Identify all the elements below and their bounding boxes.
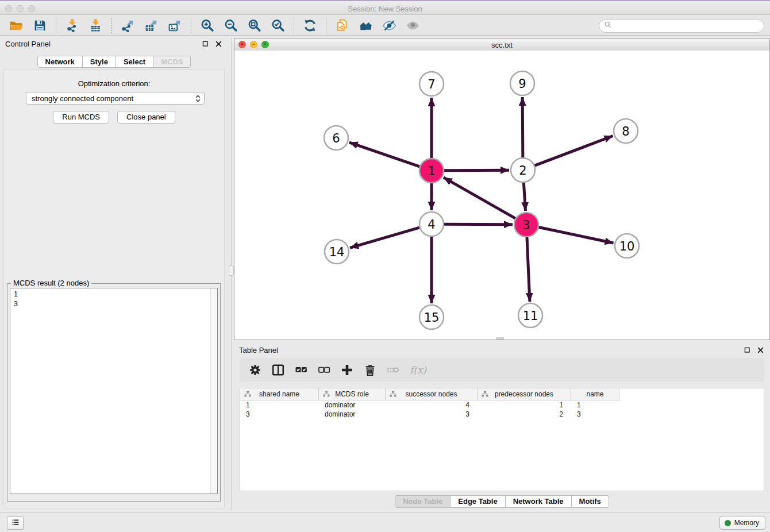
column-header-mcds-role[interactable]: MCDS role [319,388,386,400]
export-image-button[interactable] [168,18,182,34]
graph-edge-1-6[interactable] [349,142,419,167]
zoom-fit-button[interactable] [247,18,261,34]
splitter-handle[interactable] [229,265,234,276]
import-network-button[interactable] [65,18,79,34]
network-window-titlebar[interactable]: ×−+ scc.txt [234,38,769,51]
column-label: predecessor nodes [495,390,553,398]
close-button[interactable] [757,346,764,354]
column-header-shared-name[interactable]: shared name [240,388,319,400]
graph-node-11[interactable]: 11 [518,303,542,327]
houses-button[interactable] [359,18,373,34]
resize-handle[interactable] [496,337,504,340]
tab-network[interactable]: Network [37,56,83,68]
mcds-result-box: MCDS result (2 nodes) 13 [7,283,221,502]
folder-open-button[interactable] [9,18,24,34]
table-cell[interactable]: 2 [478,410,571,419]
table-cell[interactable]: 3 [240,410,319,419]
graph-edge-3-10[interactable] [539,228,614,243]
export-network-icon [121,18,135,33]
network-graph: 7968124314101511 [234,51,769,340]
graph-node-1[interactable]: 1 [419,159,444,183]
svg-text:3: 3 [522,218,530,232]
eye-slash-icon [382,18,396,33]
export-table-button[interactable] [144,18,159,34]
svg-text:4: 4 [428,218,435,232]
table-cell[interactable]: 1 [571,400,619,410]
graph-edge-2-3[interactable] [523,183,525,211]
table-cell[interactable]: 1 [240,400,319,410]
column-header-name[interactable]: name [571,388,619,400]
tree-icon [244,390,252,398]
search-input[interactable] [614,20,764,32]
zoom-in-button[interactable] [200,18,214,34]
graph-edge-2-8[interactable] [535,136,613,166]
import-table-button[interactable] [88,18,103,34]
graph-edge-4-14[interactable] [350,228,419,248]
clone-network-button[interactable] [335,18,349,34]
graph-node-3[interactable]: 3 [514,213,538,237]
memory-dot [725,520,731,526]
graph-node-14[interactable]: 14 [325,240,349,264]
graph-node-8[interactable]: 8 [614,119,638,143]
zoom-fit-icon [247,18,261,33]
graph-edge-2-9[interactable] [522,97,523,157]
table-cell[interactable]: 1 [478,400,571,410]
columns-button[interactable] [271,363,285,377]
list-icon [11,518,20,529]
criterion-select[interactable]: strongly connected component [26,92,205,105]
graph-edge-1-2[interactable] [444,170,509,171]
graph-node-4[interactable]: 4 [419,212,444,236]
run-mcds-button[interactable]: Run MCDS [53,111,109,124]
table-cell[interactable]: dominator [319,400,386,410]
table-toolbar: f(x) [240,358,764,382]
mcds-scrollbar[interactable] [210,288,217,494]
tab-mcds[interactable]: MCDS [153,56,191,68]
tab-select[interactable]: Select [116,56,153,68]
plus-button[interactable] [340,363,354,377]
network-canvas[interactable]: 7968124314101511 [234,51,769,340]
close-panel-button[interactable]: Close panel [117,111,175,124]
graph-node-9[interactable]: 9 [510,71,534,95]
export-network-button[interactable] [121,18,135,34]
column-header-predecessor-nodes[interactable]: predecessor nodes [478,388,571,400]
tab-node-table[interactable]: Node Table [395,495,451,508]
select-all-button[interactable] [294,363,308,377]
table-tabs: Node TableEdge TableNetwork TableMotifs [234,495,770,508]
table-cell[interactable]: 3 [386,410,478,419]
tab-network-table[interactable]: Network Table [506,495,572,508]
close-button[interactable] [215,40,222,48]
table-cell[interactable]: 4 [386,400,478,410]
gear-button[interactable] [248,363,262,377]
mcds-result-text[interactable]: 13 [10,288,218,494]
memory-button[interactable]: Memory [719,516,765,530]
list-button[interactable] [7,516,24,530]
graph-node-6[interactable]: 6 [324,126,348,150]
graph-edge-3-1[interactable] [444,178,515,218]
zoom-out-button[interactable] [224,18,238,34]
stepper-icon [194,94,202,103]
tab-edge-table[interactable]: Edge Table [451,495,505,508]
graph-node-15[interactable]: 15 [419,305,444,329]
float-button[interactable] [202,40,209,48]
eye-slash-button[interactable] [382,18,396,34]
refresh-button[interactable] [303,18,317,34]
float-button[interactable] [744,346,751,354]
deselect-all-button[interactable] [317,363,331,377]
graph-edge-4-3[interactable] [444,224,513,225]
save-button[interactable] [33,18,47,34]
graph-node-7[interactable]: 7 [419,72,444,96]
trash-button[interactable] [363,363,377,377]
table-cell[interactable]: 3 [571,410,619,419]
tree-icon [322,390,330,398]
zoom-selected-button[interactable] [271,18,285,34]
window-title: Session: New Session [0,1,770,16]
tab-style[interactable]: Style [83,56,116,68]
graph-node-10[interactable]: 10 [615,234,639,258]
eye-button[interactable] [406,18,420,34]
table-cell[interactable]: dominator [319,410,386,419]
graph-edge-3-11[interactable] [527,237,530,302]
column-header-successor-nodes[interactable]: successor nodes [386,388,478,400]
search-box[interactable] [599,19,764,33]
graph-node-2[interactable]: 2 [511,158,535,182]
tab-motifs[interactable]: Motifs [572,495,609,508]
